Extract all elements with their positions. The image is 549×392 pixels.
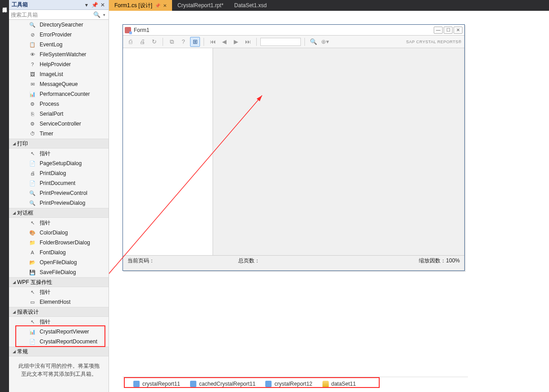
nav-first-icon[interactable]: ⏮ (208, 37, 218, 47)
report-tree-pane[interactable] (123, 48, 213, 255)
toolbox-group[interactable]: ◢打印 (9, 139, 109, 149)
toolbox-item-label: OpenFileDialog (40, 259, 77, 266)
dropdown-icon[interactable]: ▾ (83, 2, 90, 8)
search-icon[interactable]: 🔍 (92, 11, 102, 18)
maximize-icon[interactable]: ☐ (444, 27, 453, 34)
toolbox-item-icon: 🖼 (29, 71, 36, 78)
toolbox-group[interactable]: ◢对话框 (9, 208, 109, 218)
toolbox-item-icon: 👁 (29, 51, 36, 58)
toolbox-item[interactable]: 🔍PrintPreviewDialog (9, 198, 109, 208)
toolbox-item[interactable]: ⊘ErrorProvider (9, 30, 109, 40)
toolbox-item[interactable]: AFontDialog (9, 248, 109, 257)
refresh-icon[interactable]: ↻ (149, 37, 159, 47)
zoom-icon[interactable]: ⊕▾ (320, 37, 330, 47)
toolbox-item-icon: 📄 (29, 338, 36, 345)
toolbox-item[interactable]: 📂OpenFileDialog (9, 257, 109, 267)
toolbox-item-label: Timer (40, 131, 53, 137)
vertical-tab-server-explorer[interactable]: 服务器资源 (0, 0, 9, 392)
tab-label: DataSet1.xsd (234, 2, 267, 9)
toolbox-item[interactable]: ⏱Timer (9, 129, 109, 139)
nav-next-icon[interactable]: ▶ (231, 37, 241, 47)
design-surface[interactable]: Form1 — ☐ ✕ ⎙ 🖨 ↻ ⧉ ? ⊞ ⏮ ◀ ▶ ⏭ (109, 11, 549, 392)
toolbox-item-icon: 📊 (29, 90, 36, 98)
toolbox-item-label: ErrorProvider (40, 32, 72, 38)
tab-close-icon[interactable]: ✕ (163, 3, 167, 8)
toolbox-item-icon: ⚙ (29, 100, 36, 108)
document-tab[interactable]: Form1.cs [设计]📌✕ (109, 0, 172, 11)
find-icon[interactable]: 🔍 (309, 37, 318, 47)
tray-item[interactable]: dataSet11 (322, 381, 356, 387)
toolbox-item[interactable]: 📁FolderBrowserDialog (9, 238, 109, 248)
toolbox-item-label: ColorDialog (40, 230, 68, 236)
document-tab[interactable]: DataSet1.xsd (229, 0, 272, 11)
tray-item-label: crystalReport12 (274, 381, 312, 387)
win-close-icon[interactable]: ✕ (454, 27, 463, 34)
toolbox-item[interactable]: 🎨ColorDialog (9, 228, 109, 238)
minimize-icon[interactable]: — (434, 27, 443, 34)
tray-item[interactable]: crystalReport11 (133, 381, 180, 387)
toolbox-item[interactable]: ↖指针 (9, 218, 109, 228)
toolbox-item-label: PerformanceCounter (40, 91, 90, 97)
toolbox-item-label: ServiceController (40, 121, 81, 127)
toolbox-item[interactable]: ⚙Process (9, 99, 109, 109)
toolbox-group[interactable]: ◢报表设计 (9, 307, 109, 317)
toolbox-group[interactable]: ◢常规 (9, 347, 109, 356)
toolbox-item[interactable]: ?HelpProvider (9, 59, 109, 69)
toolbox-item[interactable]: 👁FileSystemWatcher (9, 50, 109, 59)
status-total: 总页数： (238, 257, 349, 265)
toolbox-item[interactable]: 🔍DirectorySearcher (9, 20, 109, 30)
toolbox-item[interactable]: ⎘SerialPort (9, 109, 109, 119)
toolbox-item[interactable]: 📄CrystalReportDocument (9, 337, 109, 347)
status-zoom: 缩放因数：100% (349, 257, 460, 265)
pin-icon[interactable]: 📌 (155, 3, 160, 8)
toolbox-item[interactable]: 📄PageSetupDialog (9, 158, 109, 168)
document-tab[interactable]: CrystalReport1.rpt* (172, 0, 229, 11)
page-input[interactable] (260, 38, 301, 46)
copy-icon[interactable]: ⧉ (167, 37, 177, 47)
toolbox-item[interactable]: 📊CrystalReportViewer (9, 327, 109, 337)
toolbox-header: 工具箱 ▾ 📌 ✕ (9, 0, 109, 10)
toolbox-item-icon: 📁 (29, 239, 36, 246)
report-body (123, 48, 464, 255)
close-icon[interactable]: ✕ (100, 2, 106, 8)
toolbox-item-icon: ⎘ (29, 110, 36, 117)
toolbox-item[interactable]: 🔍PrintPreviewControl (9, 188, 109, 198)
tray-item[interactable]: cachedCrystalReport11 (190, 381, 255, 387)
toolbox-item-label: 指针 (40, 288, 50, 296)
tab-label: CrystalReport1.rpt* (177, 2, 223, 9)
nav-last-icon[interactable]: ⏭ (243, 37, 253, 47)
toolbox-item-icon: 🖨 (29, 170, 36, 177)
toolbox-item[interactable]: 📊PerformanceCounter (9, 89, 109, 99)
help-icon[interactable]: ? (178, 37, 188, 47)
search-clear-icon[interactable]: ▾ (102, 13, 107, 17)
nav-prev-icon[interactable]: ◀ (219, 37, 229, 47)
toolbox-item[interactable]: ↖指针 (9, 149, 109, 158)
tree-toggle-icon[interactable]: ⊞ (190, 37, 200, 47)
report-preview-pane[interactable] (213, 48, 464, 255)
toolbox-item-icon: 📄 (29, 180, 36, 187)
toolbox-item-label: PrintDialog (40, 170, 66, 176)
toolbox-tree[interactable]: 🔍DirectorySearcher⊘ErrorProvider📋EventLo… (9, 20, 109, 392)
toolbox-item[interactable]: ↖指针 (9, 287, 109, 297)
tray-item[interactable]: crystalReport12 (265, 381, 312, 387)
toolbox-item-label: FileSystemWatcher (40, 51, 86, 58)
print-icon[interactable]: 🖨 (137, 37, 147, 47)
toolbox-item[interactable]: ▭ElementHost (9, 297, 109, 307)
toolbox-item[interactable]: 🖨PrintDialog (9, 168, 109, 178)
toolbox-item[interactable]: ✉MessageQueue (9, 79, 109, 89)
export-icon[interactable]: ⎙ (126, 37, 136, 47)
tray-item-icon (322, 381, 329, 387)
toolbox-item[interactable]: 💾SaveFileDialog (9, 267, 109, 277)
pin-icon[interactable]: 📌 (91, 2, 98, 8)
toolbox-item[interactable]: ⚙ServiceController (9, 119, 109, 129)
toolbox-group[interactable]: ◢WPF 互操作性 (9, 277, 109, 287)
tray-item-icon (265, 381, 272, 387)
toolbox-item[interactable]: ↖指针 (9, 317, 109, 327)
toolbox-item[interactable]: 📄PrintDocument (9, 178, 109, 188)
toolbox-search-input[interactable] (11, 12, 92, 18)
tray-item-label: cachedCrystalReport11 (199, 381, 255, 387)
toolbox-item[interactable]: 📋EventLog (9, 40, 109, 50)
toolbox-item-label: FontDialog (40, 249, 66, 256)
toolbox-item[interactable]: 🖼ImageList (9, 69, 109, 79)
document-tabbar: Form1.cs [设计]📌✕CrystalReport1.rpt*DataSe… (109, 0, 549, 11)
